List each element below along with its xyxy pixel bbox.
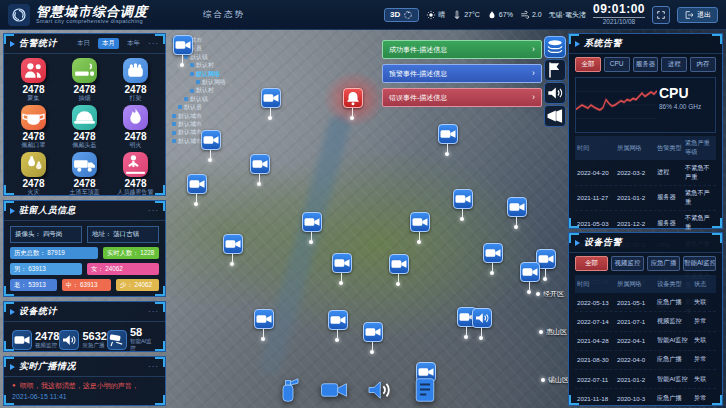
table-row[interactable]: 2021-11-182020-10-3应急广播异常 bbox=[575, 389, 716, 408]
table-cell: 2022-04-1 bbox=[617, 337, 657, 344]
broadcast-device-3d-icon[interactable] bbox=[361, 372, 397, 408]
map-marker-camera[interactable] bbox=[389, 254, 407, 286]
alarm-stat-tile: 2478土渣车顶盖 bbox=[59, 152, 110, 196]
device-alarm-tab-智能AI监控[interactable]: 智能AI监控 bbox=[683, 256, 716, 271]
tree-node[interactable]: 默认网络 bbox=[172, 70, 226, 78]
more-button[interactable]: ··· bbox=[148, 307, 159, 316]
panel-title: 告警统计 bbox=[19, 37, 57, 50]
map-marker-camera[interactable] bbox=[483, 243, 501, 275]
side-tool-layers[interactable] bbox=[544, 36, 566, 58]
flame-icon bbox=[123, 105, 148, 130]
alarm-tab-本年[interactable]: 本年 bbox=[123, 38, 144, 49]
marker-stem bbox=[516, 217, 517, 225]
alarm-tab-本月[interactable]: 本月 bbox=[98, 38, 119, 49]
table-row[interactable]: 2022-07-112021-01-2智能AI监控失联 bbox=[575, 370, 716, 389]
marker-dot bbox=[208, 158, 212, 162]
wind: 2.0 bbox=[520, 10, 542, 20]
table-row[interactable]: 2021-11-272021-01-2服务器紧急不严重 bbox=[575, 186, 716, 211]
map-marker-camera[interactable] bbox=[173, 35, 191, 67]
device-alarm-tab-视频监控[interactable]: 视频监控 bbox=[611, 256, 644, 271]
marker-dot bbox=[350, 116, 354, 120]
title-arrow-icon bbox=[575, 41, 580, 47]
tree-node[interactable]: 默认镇 bbox=[172, 95, 226, 103]
tree-node[interactable]: 默认城市 bbox=[172, 120, 226, 128]
more-button[interactable]: ··· bbox=[148, 206, 159, 215]
helmet-icon bbox=[72, 105, 97, 130]
tree-node-icon bbox=[172, 114, 176, 118]
system-alarm-tab-CPU[interactable]: CPU bbox=[604, 57, 630, 72]
event-toast-error[interactable]: 错误事件-描述信息› bbox=[382, 88, 542, 107]
marker-dot bbox=[514, 225, 518, 229]
map-marker-camera[interactable] bbox=[507, 197, 525, 229]
map-marker-camera[interactable] bbox=[410, 212, 428, 244]
more-button[interactable]: ··· bbox=[148, 39, 159, 48]
table-row[interactable]: 2021-08-302022-04-0应急广播异常 bbox=[575, 351, 716, 370]
tree-node-icon bbox=[190, 89, 194, 93]
map-marker-camera[interactable] bbox=[363, 322, 381, 354]
table-row[interactable]: 2022-04-202022-03-2进程不紧急不严重 bbox=[575, 160, 716, 185]
map-marker-camera[interactable] bbox=[187, 174, 205, 206]
table-cell: 异常 bbox=[694, 355, 714, 364]
more-button[interactable]: ··· bbox=[148, 362, 159, 371]
table-row[interactable]: 2021-04-282022-04-1智能AI监控失联 bbox=[575, 332, 716, 351]
tree-node[interactable]: 默认村 bbox=[172, 86, 226, 94]
map-marker-camera[interactable] bbox=[438, 124, 456, 156]
truck-icon bbox=[72, 152, 97, 177]
map-marker-camera[interactable] bbox=[453, 189, 471, 221]
title-arrow-icon bbox=[10, 41, 15, 47]
camera-device-3d-icon[interactable] bbox=[316, 372, 352, 408]
alarm-label: 打架 bbox=[110, 95, 161, 102]
map-marker-alarm[interactable] bbox=[343, 88, 361, 120]
table-row[interactable]: 2022-05-132021-05-1应急广播失联 bbox=[575, 293, 716, 312]
cabinet-device-3d-icon[interactable] bbox=[407, 372, 443, 408]
map-marker-camera[interactable] bbox=[332, 253, 350, 285]
side-tool-megaphone[interactable] bbox=[544, 105, 566, 127]
table-header-row: 时间所属网络告警类型紧急严重等级 bbox=[575, 136, 716, 160]
nav-tab-situation[interactable]: 综合态势 bbox=[203, 9, 245, 21]
logout-button[interactable]: 退出 bbox=[677, 7, 718, 23]
personnel-info-box: 地址： 荡口古镇 bbox=[87, 226, 159, 243]
marker-stem bbox=[341, 273, 342, 281]
personnel-bar-row: 男： 63913女： 24062 bbox=[4, 261, 165, 277]
tree-node[interactable]: 默认县 bbox=[172, 103, 226, 111]
side-tool-flag[interactable] bbox=[544, 59, 566, 81]
system-alarm-tab-内存[interactable]: 内存 bbox=[690, 57, 716, 72]
fullscreen-button[interactable] bbox=[652, 6, 670, 24]
marker-dot bbox=[257, 182, 261, 186]
system-alarm-tab-服务器[interactable]: 服务器 bbox=[633, 57, 659, 72]
marker-dot bbox=[370, 350, 374, 354]
map-marker-camera[interactable] bbox=[254, 309, 272, 341]
map-marker-camera[interactable] bbox=[250, 154, 268, 186]
alarm-count: 2478 bbox=[110, 84, 161, 95]
fire-device-3d-icon[interactable] bbox=[270, 372, 306, 408]
alarm-period-tabs: 本日本月本年 bbox=[73, 38, 144, 49]
camera-icon bbox=[201, 130, 221, 150]
event-toast-info[interactable]: 预警事件-描述信息› bbox=[382, 64, 542, 83]
map-marker-camera[interactable] bbox=[201, 130, 219, 162]
event-toast-success[interactable]: 成功事件-描述信息› bbox=[382, 40, 542, 59]
device-alarm-tab-应急广播[interactable]: 应急广播 bbox=[647, 256, 680, 271]
side-tool-speaker[interactable] bbox=[544, 82, 566, 104]
map-marker-speaker[interactable] bbox=[472, 308, 490, 340]
alarm-stats-panel: 告警统计 本日本月本年 ··· 2478聚集2478抽烟2478打架2478佩戴… bbox=[3, 33, 166, 196]
map-marker-camera[interactable] bbox=[223, 234, 241, 266]
personnel-stat-bar: 老： 53913 bbox=[10, 279, 57, 291]
map-marker-camera[interactable] bbox=[302, 212, 320, 244]
map-marker-camera[interactable] bbox=[520, 262, 538, 294]
tree-node[interactable]: 默认城市 bbox=[172, 112, 226, 120]
device-alarm-tab-全部[interactable]: 全部 bbox=[575, 256, 608, 271]
temperature: 27°C bbox=[452, 10, 480, 20]
system-alarm-tab-进程[interactable]: 进程 bbox=[661, 57, 687, 72]
clock: 09:01:00 2021/10/08 bbox=[593, 3, 645, 26]
device-label: 应急广播 bbox=[82, 342, 106, 349]
marker-dot bbox=[194, 202, 198, 206]
table-row[interactable]: 2022-07-142021-07-1视频监控异常 bbox=[575, 312, 716, 331]
mode-3d-toggle[interactable]: 3D bbox=[384, 8, 419, 22]
tree-node[interactable]: 默认网络 bbox=[172, 78, 226, 86]
tree-node-label: 默认城市 bbox=[178, 137, 202, 145]
alarm-tab-本日[interactable]: 本日 bbox=[73, 38, 94, 49]
cpu-chart: CPU 86% 4.00 GHz bbox=[575, 77, 716, 133]
map-marker-camera[interactable] bbox=[328, 310, 346, 342]
map-marker-camera[interactable] bbox=[261, 88, 279, 120]
system-alarm-tab-全部[interactable]: 全部 bbox=[575, 57, 601, 72]
